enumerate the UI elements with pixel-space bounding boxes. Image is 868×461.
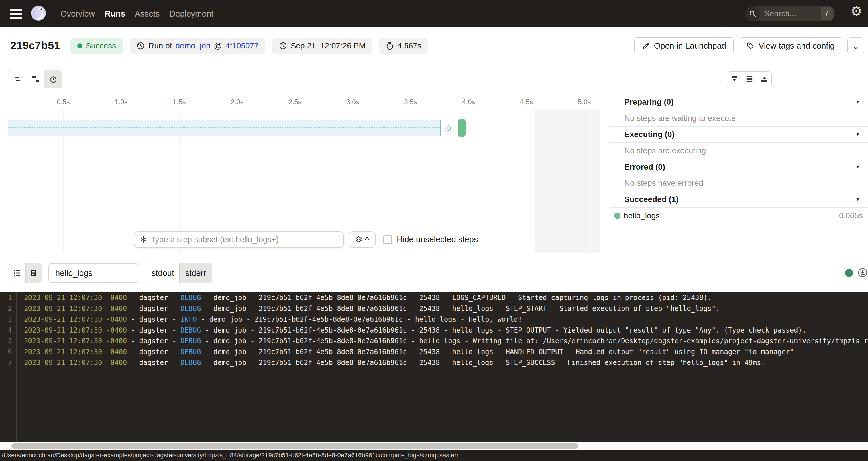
- step-status-panel: Preparing (0) ▼ No steps are waiting to …: [609, 94, 868, 253]
- success-dot-icon: [77, 43, 82, 49]
- chevron-down-icon: ⌄: [852, 41, 859, 51]
- caret-down-icon: ▼: [856, 164, 860, 170]
- step-marker-icon: [446, 125, 451, 131]
- gutter-divider: [16, 292, 17, 442]
- axis-tick: 2.0s: [230, 98, 243, 106]
- log-capture-status-dot: [845, 269, 853, 277]
- run-of-tag: Run of demo_job @ 4f105077: [130, 38, 265, 54]
- status-badge: Success: [70, 38, 123, 54]
- panel-step-row-hello-logs[interactable]: hello_logs 0.065s: [609, 208, 868, 224]
- collapse-caret-icon: ^: [365, 237, 369, 243]
- stopwatch-icon: [385, 41, 394, 50]
- step-subset-filter: [134, 232, 344, 248]
- nav-item-deployment[interactable]: Deployment: [169, 9, 213, 19]
- more-actions-button[interactable]: ⌄: [847, 37, 864, 54]
- gantt-chart: 0.5s 1.0s 1.5s 2.0s 2.5s 3.0s 3.5s 4.0s …: [0, 94, 609, 253]
- open-in-launchpad-button[interactable]: Open in Launchpad: [634, 37, 734, 54]
- log-line: 12023-09-21 12:07:30 -0400 - dagster - D…: [0, 292, 868, 303]
- log-line: 72023-09-21 12:07:30 -0400 - dagster - D…: [0, 357, 868, 368]
- collapse-up-button[interactable]: [756, 71, 771, 87]
- hide-unselected-checkbox[interactable]: [383, 235, 392, 244]
- panel-section-preparing[interactable]: Preparing (0) ▼: [609, 94, 868, 110]
- log-line: 42023-09-21 12:07:30 -0400 - dagster - D…: [0, 325, 868, 336]
- duration-tag: 4.567s: [379, 38, 428, 54]
- run-header: 219c7b51 Success Run of demo_job @ 4f105…: [0, 27, 868, 64]
- axis-tick: 2.5s: [288, 98, 301, 106]
- panel-empty-row: No steps are executing: [609, 143, 868, 159]
- axis-tick: 4.5s: [520, 98, 533, 106]
- axis-tick: 1.5s: [173, 98, 186, 106]
- pencil-icon: [642, 42, 650, 50]
- panel-section-succeeded[interactable]: Succeeded (1) ▼: [609, 191, 868, 208]
- run-id-title: 219c7b51: [10, 40, 60, 52]
- dagster-logo-icon[interactable]: [30, 5, 47, 23]
- view-waterfall-button[interactable]: [27, 70, 44, 88]
- expand-down-button[interactable]: [727, 71, 742, 87]
- structured-log-view-button[interactable]: [9, 263, 25, 283]
- view-tags-config-button[interactable]: View tags and config: [739, 37, 842, 54]
- rows-button[interactable]: [742, 71, 756, 87]
- step-expand-group: [727, 71, 772, 87]
- panel-section-errored[interactable]: Errored (0) ▼: [609, 159, 868, 175]
- axis-line: [0, 109, 600, 109]
- hide-unselected-label: Hide unselected steps: [397, 235, 478, 244]
- job-link[interactable]: demo_job: [175, 41, 210, 51]
- graph-query-toggle-button[interactable]: ^: [348, 232, 376, 248]
- view-flat-button[interactable]: [9, 70, 27, 88]
- commit-link[interactable]: 4f105077: [225, 41, 259, 51]
- nav-item-assets[interactable]: Assets: [135, 9, 160, 19]
- search-shortcut-key: /: [821, 7, 833, 20]
- horizontal-scrollbar-thumb[interactable]: [11, 443, 579, 449]
- log-view-mode-group: [9, 263, 42, 283]
- tag-icon: [747, 42, 754, 50]
- layers-icon: [355, 236, 363, 243]
- axis-tick: 3.5s: [404, 98, 417, 106]
- step-bar-hello-logs[interactable]: [458, 119, 466, 137]
- nav-item-overview[interactable]: Overview: [60, 9, 95, 19]
- horizontal-scrollbar-track[interactable]: [0, 442, 868, 450]
- log-line: 62023-09-21 12:07:30 -0400 - dagster - D…: [0, 346, 868, 357]
- search-icon: [745, 6, 760, 21]
- log-line: 52023-09-21 12:07:30 -0400 - dagster - D…: [0, 336, 868, 346]
- tab-stdout[interactable]: stdout: [147, 263, 179, 283]
- menu-icon[interactable]: [10, 8, 23, 19]
- raw-log-view-button[interactable]: [25, 263, 41, 283]
- caret-down-icon: ▼: [856, 197, 860, 202]
- post-run-shaded-region: [535, 109, 600, 253]
- axis-tick: 1.0s: [115, 98, 127, 106]
- timestamp-tag: Sep 21, 12:07:26 PM: [272, 38, 372, 54]
- history-icon: [136, 41, 145, 50]
- nav-items: Overview Runs Assets Deployment: [60, 9, 213, 19]
- gear-icon[interactable]: ⚙: [850, 5, 862, 18]
- log-path-statusbar: /Users/erincochran/Desktop/dagster-examp…: [0, 450, 868, 461]
- raw-log-output: 12023-09-21 12:07:30 -0400 - dagster - D…: [0, 292, 868, 442]
- step-waiting-bar[interactable]: [8, 120, 440, 135]
- log-line: 22023-09-21 12:07:30 -0400 - dagster - D…: [0, 303, 868, 314]
- axis-tick: 4.0s: [462, 98, 475, 106]
- stdout-stderr-group: stdout stderr: [146, 263, 212, 283]
- run-body: 0.5s 1.0s 1.5s 2.0s 2.5s 3.0s 3.5s 4.0s …: [0, 94, 868, 253]
- log-file-path: /Users/erincochran/Desktop/dagster-examp…: [2, 452, 459, 459]
- hide-unselected-row: Hide unselected steps: [383, 235, 478, 244]
- panel-empty-row: No steps are waiting to execute: [609, 110, 868, 126]
- clock-icon: [279, 41, 287, 50]
- panel-empty-row: No steps have errored: [609, 175, 868, 191]
- step-subset-input[interactable]: [151, 235, 343, 244]
- axis-tick: 5.0s: [578, 98, 591, 106]
- caret-down-icon: ▼: [856, 132, 860, 137]
- search-input[interactable]: Search... /: [745, 6, 835, 21]
- view-timed-button[interactable]: [44, 70, 62, 88]
- tab-stderr[interactable]: stderr: [179, 263, 212, 283]
- download-log-icon[interactable]: [857, 267, 868, 278]
- log-toolbar: stdout stderr: [0, 253, 868, 292]
- top-nav: Overview Runs Assets Deployment Search..…: [0, 0, 868, 27]
- panel-section-executing[interactable]: Executing (0) ▼: [609, 126, 868, 143]
- log-line: 32023-09-21 12:07:30 -0400 - dagster - I…: [0, 314, 868, 325]
- gantt-view-mode-group: [8, 70, 62, 88]
- search-placeholder: Search...: [764, 9, 821, 18]
- axis-tick: 3.0s: [346, 98, 359, 106]
- nav-item-runs[interactable]: Runs: [104, 9, 125, 19]
- step-success-dot-icon: [614, 213, 620, 219]
- header-actions: Open in Launchpad View tags and config ⌄: [634, 27, 864, 64]
- log-step-filter-input[interactable]: [49, 263, 138, 283]
